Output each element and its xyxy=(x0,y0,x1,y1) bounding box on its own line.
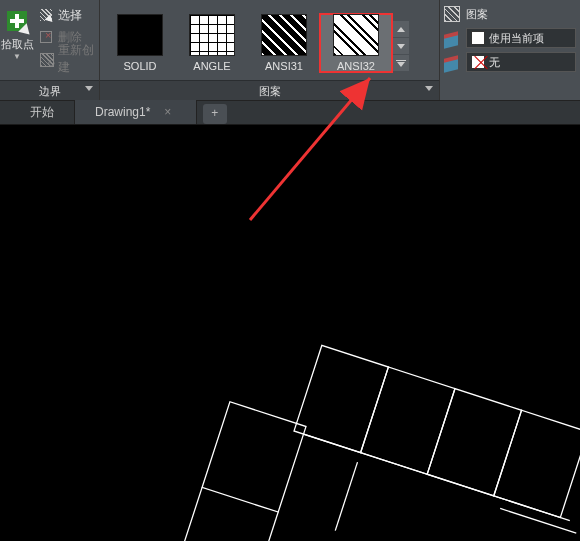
pattern-ansi31[interactable]: ANSI31 xyxy=(248,14,320,72)
pattern-swatch-solid xyxy=(117,14,163,56)
chevron-down-icon: ▼ xyxy=(13,52,21,61)
drawing-canvas[interactable] xyxy=(0,125,580,541)
pick-points-button[interactable]: 拾取点 ▼ xyxy=(0,0,34,80)
gallery-expand[interactable] xyxy=(393,55,409,71)
svg-rect-4 xyxy=(202,402,306,512)
gallery-scroll-up[interactable] xyxy=(393,21,409,37)
svg-line-6 xyxy=(500,508,576,533)
svg-rect-2 xyxy=(427,389,521,496)
recreate-label: 重新创建 xyxy=(58,42,99,76)
new-tab-button[interactable]: + xyxy=(203,104,227,124)
color-combo-current[interactable]: 使用当前项 xyxy=(466,28,576,48)
color-swatch-icon xyxy=(471,31,485,45)
panel-title-boundary[interactable]: 边界 xyxy=(0,80,99,100)
close-icon[interactable]: × xyxy=(160,100,176,124)
pattern-type-icon xyxy=(442,4,462,24)
pattern-swatch-angle xyxy=(189,14,235,56)
gallery-scroll-down[interactable] xyxy=(393,38,409,54)
recreate-button: 重新创建 xyxy=(34,48,99,70)
pattern-angle[interactable]: ANGLE xyxy=(176,14,248,72)
bgcolor-combo-none[interactable]: 无 xyxy=(466,52,576,72)
svg-line-7 xyxy=(257,512,278,541)
chevron-down-icon xyxy=(425,86,433,91)
select-icon xyxy=(38,7,54,23)
pick-points-icon xyxy=(2,6,32,36)
layer-icon xyxy=(442,52,462,72)
panel-title-pattern[interactable]: 图案 xyxy=(100,80,439,100)
svg-line-8 xyxy=(335,462,357,530)
pattern-swatch-ansi32 xyxy=(333,14,379,56)
tab-drawing1[interactable]: Drawing1* × xyxy=(75,100,197,124)
select-label: 选择 xyxy=(58,7,82,24)
svg-rect-1 xyxy=(361,367,455,474)
pattern-type-label: 图案 xyxy=(466,7,488,22)
layer-icon xyxy=(442,28,462,48)
remove-icon xyxy=(38,29,54,45)
none-swatch-icon xyxy=(471,55,485,69)
svg-rect-0 xyxy=(294,345,388,452)
pattern-swatch-ansi31 xyxy=(261,14,307,56)
svg-rect-3 xyxy=(494,410,580,517)
recreate-icon xyxy=(38,51,54,67)
select-button[interactable]: 选择 xyxy=(34,4,99,26)
pattern-solid[interactable]: SOLID xyxy=(104,14,176,72)
chevron-down-icon xyxy=(85,86,93,91)
pick-points-label: 拾取点 xyxy=(1,38,34,50)
pattern-ansi32[interactable]: ANSI32 xyxy=(320,14,392,72)
tab-start[interactable]: 开始 xyxy=(10,100,75,124)
